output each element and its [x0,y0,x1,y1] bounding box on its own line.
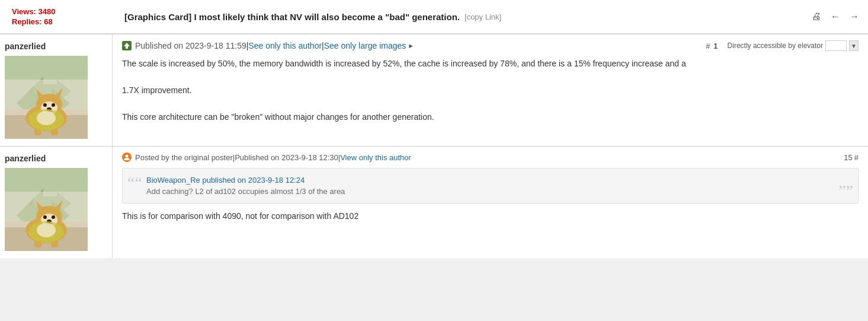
post2-op-label: Posted by the original poster [135,153,233,162]
print-icon[interactable]: 🖨 [810,10,823,23]
post1-published-label: Published on [135,41,183,50]
stats-col: Views: 3480 Replies: 68 [7,5,120,28]
svg-point-31 [52,215,55,219]
views-label: Views: [12,7,36,16]
post1-meta-bar: Published on 2023-9-18 11:59 | See only … [122,40,859,51]
post2-avatar [5,168,88,251]
replies-value: 68 [44,17,52,26]
elevator-label: Directly accessible by elevator [728,42,823,50]
post1-avatar [5,56,88,139]
upload-svg-icon [122,41,132,50]
post-row-1: panzerlied [0,34,868,146]
post2-right-area: 15 # [844,153,859,162]
post1-num-hash: # [706,42,710,50]
header-icons: 🖨 ← → [810,10,861,23]
quote-text: Add caching? L2 of ad102 occupies almost… [146,187,846,196]
post2-num-value: 15 [844,153,852,162]
post2-body: This is for comparison with 4090, not fo… [122,209,859,223]
post2-meta-bar: Posted by the original poster | Publishe… [122,152,859,162]
elevator-down-btn[interactable]: ▼ [849,40,859,51]
post1-author-col: panzerlied [0,34,113,146]
post2-published-date: 2023-9-18 12:30 [281,153,338,162]
post2-avatar-svg [5,168,88,251]
thread-header: Views: 3480 Replies: 68 [Graphics Card] … [0,0,868,34]
post2-author-name: panzerlied [5,154,107,163]
svg-point-30 [43,215,47,219]
post1-body-line1: The scale is increased by 50%, the memor… [122,57,859,70]
svg-point-37 [37,223,56,237]
replies-label: Replies: [12,17,42,26]
post1-avatar-svg [5,56,88,139]
post-row-2: panzerlied [0,146,868,258]
see-only-images-label: See only large images [324,41,406,50]
post1-content-col: Published on 2023-9-18 11:59 | See only … [113,34,868,146]
back-icon[interactable]: ← [829,10,842,23]
replies-stat: Replies: 68 [12,17,53,26]
svg-point-10 [43,103,47,107]
post1-num-value: 1 [713,42,718,50]
images-arrow-icon: ► [408,42,414,49]
post2-published-label: Published on [235,153,279,162]
elevator-area: Directly accessible by elevator ▼ [728,40,859,51]
post2-body-text: This is for comparison with 4090, not fo… [122,209,859,223]
svg-point-11 [52,103,55,107]
post2-num-hash: # [854,153,859,162]
post1-body-line2: 1.7X improvement. [122,84,859,97]
post1-body-line3: This core architecture can be "broken" w… [122,110,859,123]
post1-right-area: # 1 Directly accessible by elevator ▼ [706,40,859,51]
post1-author-name: panzerlied [5,42,107,51]
page-wrapper: Views: 3480 Replies: 68 [Graphics Card] … [0,0,868,258]
op-icon [122,152,132,162]
post2-author-col: panzerlied [0,147,113,258]
svg-point-38 [126,155,129,158]
copy-link-button[interactable]: [copy Link] [465,12,501,21]
forward-icon[interactable]: → [848,10,861,23]
thread-title: [Graphics Card] I most likely think that… [124,12,460,22]
person-svg-icon [124,154,130,160]
post1-body: The scale is increased by 50%, the memor… [122,57,859,123]
quote-author-link[interactable]: BioWeapon_Re published on 2023-9-18 12:2… [146,176,305,185]
view-only-this-author-link[interactable]: View only this author [340,153,411,162]
post2-quote-block: BioWeapon_Re published on 2023-9-18 12:2… [122,168,859,204]
views-stat: Views: 3480 [12,7,56,16]
see-only-this-author-link[interactable]: See only this author [248,41,322,50]
see-only-large-images-toggle[interactable]: See only large images ► [324,41,414,50]
views-value: 3480 [39,7,56,16]
post2-content-col: Posted by the original poster | Publishe… [113,147,868,258]
svg-point-17 [37,111,56,125]
post1-published-date: 2023-9-18 11:59 [185,41,246,50]
upload-icon [122,41,132,50]
thread-title-area: [Graphics Card] I most likely think that… [124,12,805,22]
elevator-input[interactable] [825,40,847,51]
